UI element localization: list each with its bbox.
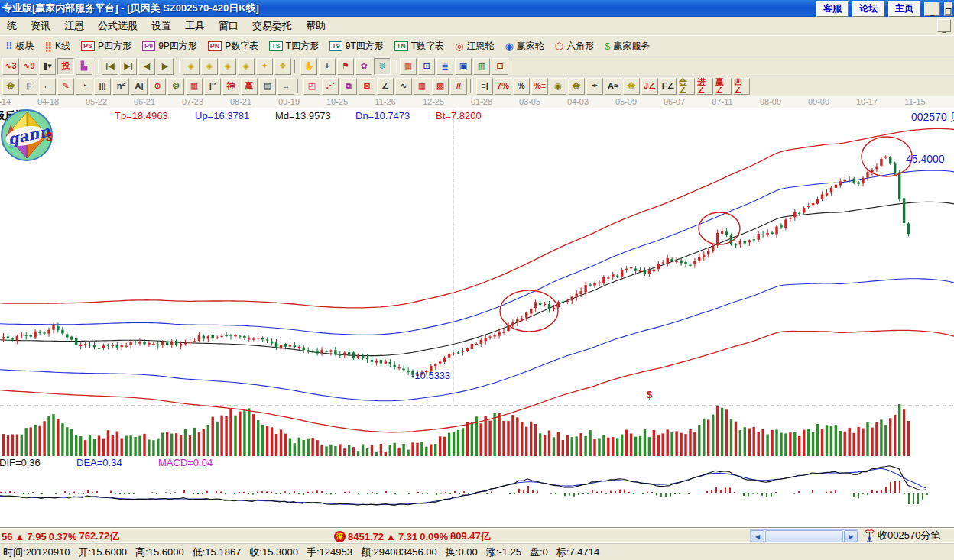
blocks-tool[interactable]: ⠿ 板块 bbox=[0, 38, 40, 54]
compass-icon[interactable]: ⊕ bbox=[149, 78, 166, 95]
vlines-icon[interactable]: ||| bbox=[94, 78, 111, 95]
zigzag9-icon[interactable]: ∿9 bbox=[21, 58, 37, 75]
hexagon-tool[interactable]: ⬡ 六角形 bbox=[550, 38, 599, 54]
f-angle-icon[interactable]: F∠ bbox=[660, 78, 677, 95]
diamond-tool-1-icon[interactable]: ◈ bbox=[183, 58, 200, 75]
calendar-icon[interactable]: ▦ bbox=[400, 58, 417, 75]
menu-item[interactable]: 交易委托 bbox=[245, 17, 299, 35]
si-angle-icon[interactable]: 四∠ bbox=[733, 78, 750, 95]
box-tool-icon[interactable]: ◰ bbox=[303, 78, 320, 95]
tick-feed-status[interactable]: 收002570分笔 bbox=[864, 529, 940, 542]
f-tool-icon[interactable]: F bbox=[21, 78, 37, 95]
scroll-thumb[interactable] bbox=[765, 530, 843, 542]
grid-fine2-icon[interactable]: ▩ bbox=[432, 78, 449, 95]
menu-item[interactable]: 窗口 bbox=[212, 17, 245, 35]
kline-chart[interactable]: 极反通道 Tp=18.4963 Up=16.3781 Md=13.9573 Dn… bbox=[0, 108, 954, 527]
kline-tool[interactable]: ⣿ K线 bbox=[40, 38, 76, 54]
gold-circle-icon[interactable]: ◉ bbox=[550, 78, 566, 95]
a-line-icon[interactable]: A| bbox=[131, 78, 148, 95]
menu-item[interactable]: 公式选股 bbox=[91, 17, 144, 35]
winner-wheel-tool[interactable]: ◉ 赢家轮 bbox=[499, 38, 549, 54]
order-book-icon[interactable]: ≡| bbox=[476, 78, 493, 95]
gift-icon[interactable]: ✿ bbox=[355, 58, 372, 75]
j-angle-icon[interactable]: J∠ bbox=[641, 78, 658, 95]
hatch-icon[interactable]: // bbox=[450, 78, 467, 95]
percent-lines-icon[interactable]: %≡ bbox=[531, 78, 548, 95]
save-icon[interactable]: ▣ bbox=[455, 58, 472, 75]
9p-square-tool[interactable]: P9 9P四方形 bbox=[137, 38, 203, 54]
clock-circle-icon[interactable]: ◔ bbox=[76, 78, 92, 95]
diamond-tool-2-icon[interactable]: ◈ bbox=[201, 58, 218, 75]
homepage-button[interactable]: 主页 bbox=[888, 1, 920, 17]
last-page-icon[interactable]: ▶| bbox=[120, 58, 137, 75]
remote-pc-icon[interactable]: ▥ bbox=[473, 58, 490, 75]
cart-icon[interactable]: ⊟ bbox=[492, 58, 508, 75]
angle-icon[interactable]: ∠ bbox=[377, 78, 394, 95]
diamond-tool-5-icon[interactable]: ✦ bbox=[256, 58, 273, 75]
percent-icon[interactable]: % bbox=[513, 78, 530, 95]
fan-box-icon[interactable]: ⧉ bbox=[340, 78, 357, 95]
candle-style-icon[interactable]: ▮▾ bbox=[39, 58, 56, 75]
crosshair-icon[interactable]: + bbox=[319, 58, 336, 75]
n-square-icon[interactable]: n² bbox=[112, 78, 129, 95]
pen-icon[interactable]: ✎ bbox=[57, 78, 74, 95]
menu-item[interactable]: 江恩 bbox=[57, 17, 91, 35]
grid-fine-icon[interactable]: ▦ bbox=[414, 78, 430, 95]
menu-item[interactable]: 资讯 bbox=[24, 17, 57, 35]
t-number-tool[interactable]: TN T数字表 bbox=[389, 38, 449, 54]
percent7-icon[interactable]: 7% bbox=[495, 78, 511, 95]
gold-angle-icon[interactable]: 金∠ bbox=[678, 78, 695, 95]
jin-angle-icon[interactable]: 进∠ bbox=[696, 78, 713, 95]
grid-box-icon[interactable]: ▦ bbox=[186, 78, 203, 95]
scroll-left-button[interactable]: ◀ bbox=[751, 530, 764, 542]
diamond-tool-4-icon[interactable]: ◈ bbox=[238, 58, 255, 75]
winner-service[interactable]: $ 赢家服务 bbox=[599, 38, 655, 54]
color-histogram-icon[interactable]: ▙ bbox=[76, 58, 92, 75]
menu-item[interactable]: 工具 bbox=[178, 17, 212, 35]
9t-square-tool[interactable]: T9 9T四方形 bbox=[324, 38, 389, 54]
gold-lines-icon[interactable]: 金 bbox=[568, 78, 585, 95]
fan-box2-icon[interactable]: ⊠ bbox=[359, 78, 375, 95]
star-circle-icon[interactable]: ❂ bbox=[167, 78, 184, 95]
first-page-icon[interactable]: |◀ bbox=[102, 58, 118, 75]
diamond-tool-6-icon[interactable]: ❖ bbox=[274, 58, 291, 75]
menu-item[interactable]: 设置 bbox=[144, 17, 178, 35]
shen-icon[interactable]: 神 bbox=[222, 78, 239, 95]
fan-icon[interactable]: ⋰ bbox=[322, 78, 339, 95]
notes-icon[interactable]: ≣ bbox=[436, 58, 453, 75]
chart-canvas[interactable] bbox=[0, 108, 954, 527]
next-page-icon[interactable]: ▶ bbox=[157, 58, 174, 75]
ink-pen-icon[interactable]: ✒ bbox=[586, 78, 603, 95]
customer-service-button[interactable]: 客服 bbox=[816, 1, 849, 17]
ying-angle-icon[interactable]: 赢∠ bbox=[715, 78, 732, 95]
gold2-icon[interactable]: 金 bbox=[623, 78, 640, 95]
zigzag3-icon[interactable]: ∿3 bbox=[2, 58, 19, 75]
minimize-button[interactable]: _ bbox=[924, 2, 940, 16]
width-icon[interactable]: ↔ bbox=[277, 78, 294, 95]
hand-tool-icon[interactable]: ✋ bbox=[300, 58, 317, 75]
child-minimize-button[interactable]: _ bbox=[937, 19, 951, 32]
gann-wheel-tool[interactable]: ◎ 江恩轮 bbox=[449, 38, 499, 54]
ruler-icon[interactable]: ▤ bbox=[259, 78, 276, 95]
t-square-tool[interactable]: TS T四方形 bbox=[264, 38, 324, 54]
flag-tool-icon[interactable]: ⚑ bbox=[337, 58, 354, 75]
menu-item[interactable]: 帮助 bbox=[299, 17, 333, 35]
calculator-icon[interactable]: ⊞ bbox=[418, 58, 435, 75]
gold-icon[interactable]: 金 bbox=[2, 78, 19, 95]
ying-icon[interactable]: 赢 bbox=[241, 78, 258, 95]
pattern-pick-icon[interactable]: 投 bbox=[57, 58, 74, 75]
brain-icon[interactable]: ❊ bbox=[374, 58, 391, 75]
tick-mark-icon[interactable]: |″ bbox=[204, 78, 221, 95]
maximize-button[interactable]: ❐ bbox=[944, 2, 952, 16]
p-number-tool[interactable]: PN P数字表 bbox=[203, 38, 264, 54]
diamond-tool-3-icon[interactable]: ◈ bbox=[219, 58, 236, 75]
forum-button[interactable]: 论坛 bbox=[852, 1, 884, 17]
p-square-tool[interactable]: PS P四方形 bbox=[76, 38, 137, 54]
menu-item[interactable]: 统 bbox=[0, 17, 24, 35]
horizontal-scrollbar[interactable]: ◀ ▶ bbox=[750, 529, 858, 543]
scroll-right-button[interactable]: ▶ bbox=[844, 530, 858, 542]
wave-icon[interactable]: ∿ bbox=[395, 78, 412, 95]
hook-tool-icon[interactable]: ⌐ bbox=[39, 78, 56, 95]
prev-page-icon[interactable]: ◀ bbox=[138, 58, 155, 75]
a-wave-icon[interactable]: A≈ bbox=[605, 78, 621, 95]
